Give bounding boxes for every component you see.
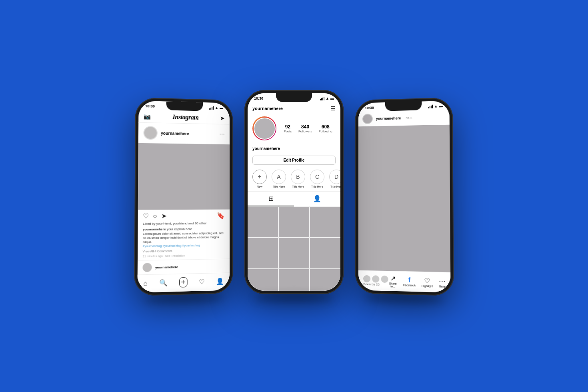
profile-avatar	[254, 118, 276, 140]
nav-add[interactable]: +	[179, 277, 187, 288]
time-center: 10:30	[254, 96, 263, 100]
highlight-b[interactable]: B Title Here	[291, 170, 305, 188]
phone-left: 10:30 ▲ ▬ 📷 Instagram ➤	[134, 97, 233, 296]
share-to-action[interactable]: ↗ Share to...	[388, 274, 398, 288]
status-icons-left: ▲ ▬	[209, 106, 223, 110]
feed-header: 📷 Instagram ➤	[138, 110, 230, 125]
highlight-d-circle: D	[329, 170, 340, 184]
story-avatar	[362, 114, 373, 124]
grid-cell-2	[279, 207, 309, 237]
highlight-d-label: Title Here	[330, 185, 340, 188]
story-viewer-dots	[363, 275, 388, 283]
send-icon[interactable]: ➤	[220, 115, 225, 121]
phone-center: 10:30 ▲ ▬ yournamehere ☰	[244, 90, 344, 294]
caption-username: yournamehere	[143, 227, 166, 231]
photo-grid	[248, 207, 340, 291]
time-ago: 11 minutes ago · See Translation	[143, 253, 225, 258]
following-count: 608	[319, 124, 332, 130]
share-icon[interactable]: ➤	[161, 212, 167, 220]
screen-center: yournamehere ☰ 92 Posts 840	[248, 102, 340, 291]
time-left: 10:30	[145, 104, 155, 108]
post-username: yournamehere	[161, 131, 189, 136]
post-avatar	[143, 126, 157, 140]
instagram-logo: Instagram	[172, 114, 198, 121]
stat-following[interactable]: 608 Following	[319, 124, 332, 133]
hashtags: #yourhashtag #yourhashtag #yourhashag	[143, 243, 225, 248]
facebook-action[interactable]: f Facebook	[403, 276, 416, 287]
viewer-dot-1	[363, 275, 370, 282]
signal-icon-left	[209, 106, 214, 110]
profile-avatar-ring	[252, 116, 276, 140]
bookmark-icon[interactable]: 🔖	[217, 212, 225, 220]
highlight-a[interactable]: A Title Here	[272, 170, 286, 188]
profile-header: yournamehere ☰	[248, 102, 340, 114]
highlight-a-label: Title Here	[273, 185, 285, 188]
notch-center	[276, 93, 312, 102]
phone-center-inner: 10:30 ▲ ▬ yournamehere ☰	[248, 93, 340, 291]
comment-icon[interactable]: ○	[153, 212, 157, 220]
battery-icon-center: ▬	[330, 96, 334, 100]
wifi-icon-center: ▲	[326, 96, 329, 100]
profile-username-top: yournamehere	[252, 106, 283, 111]
nav-heart[interactable]: ♡	[199, 278, 204, 286]
time-right: 10:30	[365, 106, 374, 110]
bottom-nav-left: ⌂ 🔍 + ♡ 👤	[137, 272, 230, 292]
highlight-new[interactable]: + New	[252, 170, 267, 188]
profile-stats: 92 Posts 840 Followers 608 Following	[280, 124, 336, 133]
feed-post-header: yournamehere ⋯	[138, 123, 230, 145]
battery-icon-left: ▬	[220, 106, 223, 110]
notch-left	[166, 102, 203, 111]
tab-tagged[interactable]: 👤	[294, 192, 340, 206]
highlight-icon: ♡	[422, 277, 433, 285]
comment-username: yournamehere	[155, 265, 178, 269]
hamburger-icon[interactable]: ☰	[330, 105, 336, 112]
story-actions: ↗ Share to... f Facebook ♡ Highlight ⋯	[388, 274, 446, 289]
facebook-label: Facebook	[403, 284, 416, 287]
viewer-dot-2	[372, 275, 379, 282]
liked-by-text: Liked by yourfriend, yourfriend and 36 o…	[143, 221, 225, 226]
post-more-icon[interactable]: ⋯	[219, 131, 225, 137]
highlight-add-circle: +	[252, 170, 267, 184]
caption-body: Lorem ipsum dolor sit amet, consectetur …	[143, 231, 225, 244]
more-action[interactable]: ⋯ More	[439, 277, 446, 288]
phones-container: 10:30 ▲ ▬ 📷 Instagram ➤	[136, 94, 452, 298]
caption-content: your caption here	[167, 227, 192, 231]
caption-text: yournamehere your caption here	[143, 226, 225, 232]
following-label: Following	[319, 130, 332, 133]
wifi-icon-right: ▲	[434, 104, 438, 108]
phone-left-inner: 10:30 ▲ ▬ 📷 Instagram ➤	[137, 101, 230, 293]
profile-info-row: 92 Posts 840 Followers 608 Following	[248, 114, 340, 143]
status-icons-center: ▲ ▬	[320, 96, 334, 100]
nav-search[interactable]: 🔍	[159, 279, 168, 287]
highlight-b-circle: B	[291, 170, 305, 184]
highlight-c[interactable]: C Title Here	[310, 170, 324, 188]
tab-grid[interactable]: ⊞	[248, 192, 294, 206]
story-username: yournamehere	[376, 116, 401, 120]
seen-by-text: Seen by 25	[363, 282, 380, 286]
profile-name-section: yournamehere	[248, 143, 340, 154]
highlight-c-circle: C	[310, 170, 324, 184]
highlight-c-label: Title Here	[311, 185, 323, 188]
grid-cell-8	[279, 269, 309, 291]
notch-right	[385, 102, 422, 111]
screen-right: yournamehere 31m Seen by 25	[358, 110, 451, 293]
view-comments[interactable]: View All 4 Comments	[143, 248, 225, 254]
more-icon: ⋯	[439, 277, 446, 285]
phone-right: 10:30 ▲ ▬ yournamehere 31m	[355, 97, 454, 296]
feed-actions: ♡ ○ ➤ 🔖	[138, 210, 230, 222]
nav-profile[interactable]: 👤	[216, 278, 224, 286]
comment-avatar	[142, 263, 152, 272]
edit-profile-button[interactable]: Edit Profile	[252, 156, 336, 165]
nav-home[interactable]: ⌂	[143, 280, 147, 287]
like-icon[interactable]: ♡	[143, 212, 149, 220]
highlight-d[interactable]: D Title Here	[329, 170, 340, 188]
grid-cell-5	[279, 238, 309, 268]
story-bottom: Seen by 25 ↗ Share to... f Facebook ♡	[358, 270, 451, 292]
stat-followers[interactable]: 840 Followers	[298, 124, 312, 133]
more-label: More	[439, 285, 446, 288]
status-icons-right: ▲ ▬	[428, 104, 443, 108]
grid-cell-4	[248, 238, 278, 268]
profile-tabs: ⊞ 👤	[248, 191, 340, 207]
highlight-action[interactable]: ♡ Highlight	[422, 277, 433, 288]
screen-left: 📷 Instagram ➤ yournamehere ⋯ ♡ ○	[137, 110, 230, 293]
